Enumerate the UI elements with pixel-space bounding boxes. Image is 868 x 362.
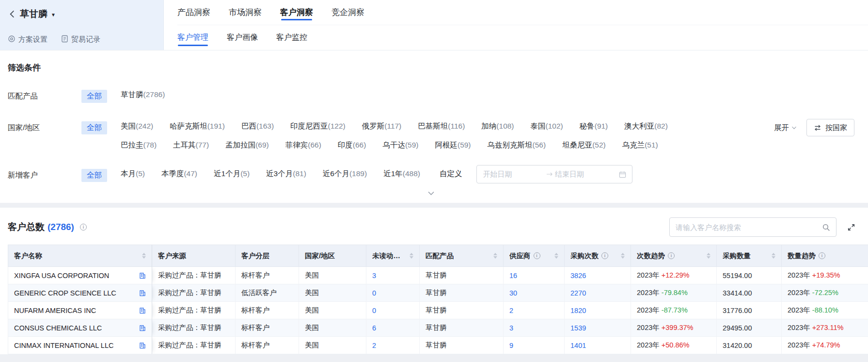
country-option-菲律宾[interactable]: 菲律宾(66) [285, 140, 321, 150]
sort-icon[interactable] [617, 253, 625, 259]
product-option-草甘膦[interactable]: 草甘膦(2786) [121, 90, 165, 100]
company-icon[interactable] [135, 272, 146, 279]
info-icon[interactable]: i [80, 224, 87, 230]
country-option-美国[interactable]: 美国(242) [121, 121, 153, 132]
column-header-10[interactable]: 数量趋势i [782, 245, 868, 267]
unread-updates-link[interactable]: 3 [372, 272, 376, 280]
country-option-乌兹别克斯坦[interactable]: 乌兹别克斯坦(56) [488, 140, 546, 150]
purchase-count-link[interactable]: 1539 [570, 324, 586, 332]
suppliers-link[interactable]: 30 [509, 289, 517, 297]
sort-icon[interactable] [551, 253, 558, 259]
company-icon[interactable] [135, 307, 146, 314]
country-all-chip[interactable]: 全部 [81, 121, 107, 134]
table-row[interactable]: CINMAX INTERNATIONAL LLC采购过产品：草甘膦标杆客户美国2… [8, 337, 868, 354]
table-row[interactable]: XINGFA USA CORPORATION采购过产品：草甘膦标杆客户美国3草甘… [8, 267, 868, 284]
country-option-印度[interactable]: 印度(66) [338, 140, 366, 150]
country-option-俄罗斯[interactable]: 俄罗斯(117) [362, 121, 402, 132]
info-icon[interactable]: i [534, 252, 540, 259]
column-header-0[interactable]: 客户名称 [8, 245, 152, 267]
info-icon[interactable]: i [668, 252, 675, 259]
suppliers-link[interactable]: 16 [509, 272, 517, 280]
period-option-近6个月[interactable]: 近6个月(189) [323, 169, 367, 179]
by-country-toggle-button[interactable]: 按国家 [806, 119, 854, 136]
product-name[interactable]: 草甘膦 [20, 8, 47, 20]
main-tab-产品洞察[interactable]: 产品洞察 [177, 0, 210, 25]
column-header-6[interactable]: 供应商i [504, 245, 565, 267]
country-option-乌克兰[interactable]: 乌克兰(51) [622, 140, 658, 150]
company-icon[interactable] [135, 325, 146, 331]
country-option-泰国[interactable]: 泰国(102) [531, 121, 563, 132]
unread-updates-link[interactable]: 0 [372, 307, 376, 314]
unread-updates-link[interactable]: 6 [372, 324, 376, 332]
sort-icon[interactable] [703, 253, 710, 259]
period-option-近1个月[interactable]: 近1个月(5) [214, 169, 250, 179]
period-option-本季度[interactable]: 本季度(47) [161, 169, 197, 179]
sort-icon[interactable] [406, 253, 413, 259]
caret-down-icon[interactable]: ▼ [51, 12, 56, 17]
main-tab-竞企洞察[interactable]: 竞企洞察 [331, 0, 364, 25]
table-row[interactable]: GENERIC CROP SCIENCE LLC采购过产品：草甘膦低活跃客户美国… [8, 284, 868, 302]
customer-name-link[interactable]: NUFARM AMERICAS INC [14, 307, 96, 314]
suppliers-link[interactable]: 3 [509, 324, 513, 332]
sub-tab-客户画像[interactable]: 客户画像 [227, 25, 258, 50]
custom-range-option[interactable]: 自定义 [440, 169, 462, 179]
info-icon[interactable]: i [601, 252, 608, 259]
unread-updates-link[interactable]: 2 [372, 342, 376, 349]
column-header-4[interactable]: 未读动态... [366, 245, 420, 267]
country-option-土耳其[interactable]: 土耳其(77) [173, 140, 209, 150]
country-option-孟加拉国[interactable]: 孟加拉国(69) [225, 140, 269, 150]
period-option-本月[interactable]: 本月(5) [121, 169, 145, 179]
expand-control[interactable]: 展开 [774, 121, 797, 133]
country-option-哈萨克斯坦[interactable]: 哈萨克斯坦(191) [170, 121, 225, 132]
country-option-加纳[interactable]: 加纳(108) [481, 121, 514, 132]
country-option-巴基斯坦[interactable]: 巴基斯坦(116) [418, 121, 465, 132]
period-option-近3个月[interactable]: 近3个月(81) [266, 169, 306, 179]
country-option-巴西[interactable]: 巴西(163) [241, 121, 274, 132]
suppliers-link[interactable]: 2 [509, 307, 513, 314]
customer-name-link[interactable]: XINGFA USA CORPORATION [14, 272, 109, 280]
date-range-input[interactable]: 开始日期 结束日期 [476, 165, 632, 183]
suppliers-link[interactable]: 9 [509, 342, 513, 349]
column-header-7[interactable]: 采购次数i [565, 245, 631, 267]
purchase-count-link[interactable]: 1820 [570, 307, 586, 314]
info-icon[interactable]: i [819, 252, 825, 259]
column-header-9[interactable]: 采购数量 [717, 245, 782, 267]
customer-name-link[interactable]: GENERIC CROP SCIENCE LLC [14, 289, 116, 297]
new-customer-all-chip[interactable]: 全部 [81, 169, 107, 182]
plan-settings-button[interactable]: 方案设置 [8, 35, 47, 44]
main-tab-客户洞察[interactable]: 客户洞察 [280, 0, 313, 25]
collapse-filters-control[interactable] [8, 183, 854, 203]
country-option-阿根廷[interactable]: 阿根廷(59) [435, 140, 471, 150]
column-header-5[interactable]: 匹配产品 [420, 245, 504, 267]
customer-name-link[interactable]: CONSUS CHEMICALS LLC [14, 324, 102, 332]
sort-icon[interactable] [768, 253, 775, 259]
sort-icon[interactable] [489, 253, 497, 259]
country-option-巴拉圭[interactable]: 巴拉圭(78) [121, 140, 157, 150]
table-row[interactable]: CONSUS CHEMICALS LLC采购过产品：草甘膦标杆客户美国6草甘膦3… [8, 319, 868, 337]
sub-tab-客户管理[interactable]: 客户管理 [177, 25, 208, 50]
trade-records-button[interactable]: 贸易记录 [61, 35, 100, 44]
match-product-all-chip[interactable]: 全部 [81, 90, 107, 103]
sub-tab-客户监控[interactable]: 客户监控 [276, 25, 307, 50]
customer-name-link[interactable]: CINMAX INTERNATIONAL LLC [14, 342, 113, 349]
purchase-count-link[interactable]: 3826 [570, 272, 586, 280]
company-icon[interactable] [135, 342, 146, 349]
main-tab-市场洞察[interactable]: 市场洞察 [229, 0, 262, 25]
purchase-count-link[interactable]: 2270 [570, 289, 586, 297]
table-row[interactable]: NUFARM AMERICAS INC采购过产品：草甘膦标杆客户美国0草甘膦21… [8, 302, 868, 319]
column-header-8[interactable]: 次数趋势i [631, 245, 717, 267]
purchase-count-link[interactable]: 1401 [570, 342, 586, 349]
back-icon[interactable] [8, 10, 16, 18]
unread-updates-link[interactable]: 0 [372, 289, 376, 297]
country-option-秘鲁[interactable]: 秘鲁(91) [580, 121, 608, 132]
sort-icon[interactable] [138, 253, 146, 259]
country-option-坦桑尼亚[interactable]: 坦桑尼亚(52) [562, 140, 606, 150]
company-icon[interactable] [135, 290, 146, 296]
country-option-澳大利亚[interactable]: 澳大利亚(82) [624, 121, 668, 132]
period-option-近1年[interactable]: 近1年(488) [383, 169, 420, 179]
fullscreen-icon[interactable] [847, 223, 855, 231]
country-option-乌干达[interactable]: 乌干达(59) [382, 140, 418, 150]
search-icon[interactable] [822, 223, 830, 231]
customer-search-input[interactable] [676, 223, 822, 231]
country-option-印度尼西亚[interactable]: 印度尼西亚(122) [290, 121, 346, 132]
